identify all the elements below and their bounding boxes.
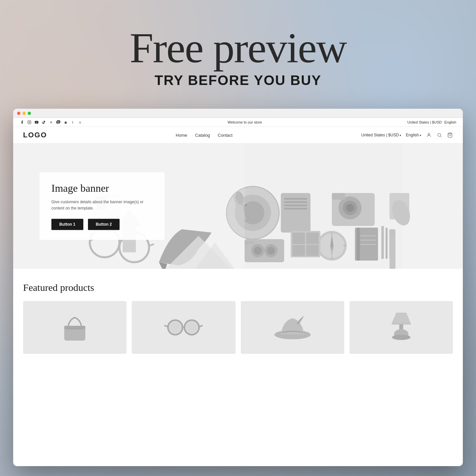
svg-rect-66 [391,231,395,232]
product-card-3[interactable] [241,301,344,354]
product-card-2[interactable] [132,301,235,354]
nav-links: Home Catalog Contact [176,133,233,138]
svg-point-2 [30,121,30,122]
hero-banner: Image banner Give customers details abou… [13,144,463,269]
preview-title: Free preview [0,26,476,69]
svg-rect-49 [357,228,360,261]
svg-rect-26 [284,208,307,210]
nav-right: United States | $USD English [361,132,453,138]
banner-content-box: Image banner Give customers details abou… [40,172,165,240]
nav-catalog[interactable]: Catalog [195,133,210,138]
svg-point-78 [169,322,181,333]
close-dot[interactable] [17,112,20,115]
nav-logo: LOGO [23,131,47,139]
minimize-dot[interactable] [22,112,26,115]
nav-region-currency[interactable]: United States | $USD [361,133,401,137]
svg-rect-65 [390,229,396,269]
svg-rect-64 [306,245,319,256]
product-image-4 [350,301,453,354]
svg-point-37 [254,247,262,255]
svg-rect-54 [386,228,388,259]
svg-rect-21 [245,205,247,206]
svg-rect-24 [284,201,307,203]
nav-home[interactable]: Home [176,133,187,138]
nav-language[interactable]: English [406,133,421,137]
announcement-text: Welcome to our store [82,120,407,124]
cart-icon[interactable] [447,132,453,138]
search-icon[interactable] [436,132,442,138]
svg-point-4 [428,133,430,135]
svg-rect-25 [284,205,307,206]
svg-rect-67 [391,233,395,234]
instagram-icon[interactable] [27,120,32,125]
svg-line-6 [440,136,442,137]
social-icons-bar: ✕ ◉ t v [20,120,82,125]
pinterest-icon[interactable] [56,120,61,125]
youtube-icon[interactable] [34,120,39,125]
announcement-language[interactable]: English [444,120,456,124]
products-grid [23,301,453,354]
svg-point-1 [29,122,30,123]
banner-description: Give customers details about the banner … [51,199,153,211]
banner-title: Image banner [51,182,153,194]
twitter-icon[interactable]: ✕ [49,120,53,125]
announcement-right: United States | $USD English [407,120,456,124]
svg-point-38 [267,247,275,255]
svg-rect-71 [64,326,85,329]
announcement-bar: ✕ ◉ t v Welcome to our store United Stat… [13,118,463,127]
svg-line-81 [296,316,304,323]
svg-rect-53 [381,226,384,259]
banner-button-1[interactable]: Button 1 [51,219,83,230]
preview-subtitle: TRY BEFORE YOU BUY [0,72,476,88]
svg-rect-62 [306,233,319,244]
product-image-2 [132,301,235,354]
svg-rect-61 [293,233,305,244]
svg-rect-23 [284,198,307,200]
product-image-3 [241,301,344,354]
svg-point-5 [438,133,441,136]
vimeo-icon[interactable]: v [78,120,82,125]
featured-products-section: Featured products [13,269,463,364]
product-card-1[interactable] [23,301,126,354]
banner-button-2[interactable]: Button 2 [88,219,120,230]
browser-window: ✕ ◉ t v Welcome to our store United Stat… [13,109,463,466]
announcement-region[interactable]: United States | $USD [407,120,442,124]
preview-overlay: Free preview TRY BEFORE YOU BUY [0,26,476,88]
tumblr-icon[interactable]: t [70,120,75,125]
tiktok-icon[interactable] [42,120,46,125]
svg-point-84 [392,335,410,340]
svg-rect-68 [391,236,395,236]
svg-point-19 [241,201,265,224]
banner-buttons: Button 1 Button 2 [51,219,153,230]
product-card-4[interactable] [350,301,453,354]
maximize-dot[interactable] [28,112,31,115]
account-icon[interactable] [426,132,432,138]
svg-rect-0 [28,121,31,124]
main-nav: LOGO Home Catalog Contact United States … [13,127,463,144]
featured-products-title: Featured products [23,282,453,293]
nav-contact[interactable]: Contact [218,133,233,138]
facebook-icon[interactable] [20,120,24,125]
svg-point-79 [186,322,198,333]
svg-rect-63 [293,245,305,256]
product-image-1 [23,301,126,354]
svg-rect-39 [245,241,255,244]
svg-point-30 [346,204,354,212]
browser-chrome [13,109,463,118]
svg-rect-31 [332,193,345,200]
snapchat-icon[interactable]: ◉ [63,120,68,125]
browser-dots [17,112,31,115]
